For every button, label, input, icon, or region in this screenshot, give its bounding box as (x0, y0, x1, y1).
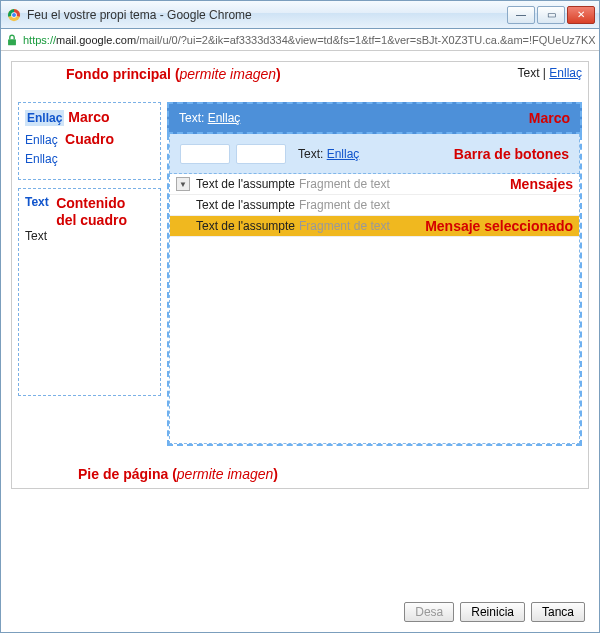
top-row: Fondo principal (permite imagen) Text | … (18, 66, 582, 82)
sidebar-content-box: Text Contenido del cuadro Text (18, 188, 161, 396)
maximize-button[interactable]: ▭ (537, 6, 565, 24)
window-title: Feu el vostre propi tema - Google Chrome (27, 8, 252, 22)
browser-window: Feu el vostre propi tema - Google Chrome… (0, 0, 600, 633)
annotation-messages: Mensajes (510, 176, 573, 192)
toolbar-button[interactable] (236, 144, 286, 164)
url-text[interactable]: https://mail.google.com/mail/u/0/?ui=2&i… (23, 34, 595, 46)
dialog-buttons: Desa Reinicia Tanca (11, 596, 589, 626)
sidebar-item[interactable]: Enllaç Cuadro (25, 131, 160, 147)
annotation-footer: Pie de página (permite imagen) (78, 466, 582, 482)
url-protocol: https:// (23, 34, 56, 46)
header-frame: Text: Enllaç Marco (167, 102, 582, 134)
minimize-button[interactable]: — (507, 6, 535, 24)
svg-rect-3 (8, 39, 16, 45)
button-bar: Text: Enllaç Barra de botones (169, 134, 580, 174)
close-window-button[interactable]: ✕ (567, 6, 595, 24)
annotation-content: Contenido del cuadro (56, 195, 127, 229)
message-row[interactable]: Text de l'assumpte Fragment de text (170, 195, 579, 216)
sidebar: EnllaçMarco Enllaç Cuadro Enllaç Text Co (18, 102, 161, 446)
main-frame: Text: Enllaç Barra de botones ▼ Text de … (167, 134, 582, 446)
header-text: Text: Enllaç (179, 111, 240, 125)
sidebar-item[interactable]: Enllaç (25, 152, 160, 166)
main-pane: Text: Enllaç Marco Text: Enllaç (167, 102, 582, 446)
header-link[interactable]: Enllaç (208, 111, 241, 125)
annotation-marco-sidebar: Marco (68, 109, 109, 125)
bar-link[interactable]: Enllaç (327, 147, 360, 161)
message-list: ▼ Text de l'assumpte Fragment de text Me… (170, 174, 579, 237)
save-button[interactable]: Desa (404, 602, 454, 622)
close-button[interactable]: Tanca (531, 602, 585, 622)
address-bar: https://mail.google.com/mail/u/0/?ui=2&i… (1, 29, 599, 51)
sidebar-content-text: Text (25, 229, 154, 243)
lock-icon (5, 33, 19, 47)
sidebar-nav-box: EnllaçMarco Enllaç Cuadro Enllaç (18, 102, 161, 180)
annotation-cuadro: Cuadro (65, 131, 114, 147)
theme-preview-stage: Fondo principal (permite imagen) Text | … (11, 61, 589, 489)
message-body-area (170, 237, 579, 443)
annotation-marco-header: Marco (529, 110, 570, 126)
sidebar-content-link[interactable]: Text (25, 195, 49, 209)
window-controls: — ▭ ✕ (507, 6, 595, 24)
link-enllac[interactable]: Enllaç (549, 66, 582, 80)
title-bar: Feu el vostre propi tema - Google Chrome… (1, 1, 599, 29)
text-label: Text (518, 66, 540, 80)
url-host: mail.google.com (56, 34, 136, 46)
annotation-selected-message: Mensaje seleccionado (425, 218, 573, 234)
dialog-content: Fondo principal (permite imagen) Text | … (1, 51, 599, 632)
sidebar-item[interactable]: EnllaçMarco (25, 109, 160, 131)
url-path: /mail/u/0/?ui=2&ik=af3333d334&view=td&fs… (136, 34, 595, 46)
messages-wrap: ▼ Text de l'assumpte Fragment de text Me… (169, 174, 580, 444)
annotation-button-bar: Barra de botones (454, 146, 569, 162)
reset-button[interactable]: Reinicia (460, 602, 525, 622)
dropdown-arrow-icon[interactable]: ▼ (176, 177, 190, 191)
layout: EnllaçMarco Enllaç Cuadro Enllaç Text Co (18, 102, 582, 446)
annotation-background: Fondo principal (permite imagen) (66, 66, 281, 82)
toolbar-button[interactable] (180, 144, 230, 164)
top-right-links: Text | Enllaç (518, 66, 583, 80)
message-row[interactable]: ▼ Text de l'assumpte Fragment de text Me… (170, 174, 579, 195)
title-left: Feu el vostre propi tema - Google Chrome (7, 8, 252, 22)
message-row-selected[interactable]: Text de l'assumpte Fragment de text Mens… (170, 216, 579, 237)
svg-point-2 (12, 12, 16, 16)
bar-text: Text: Enllaç (298, 147, 359, 161)
chrome-icon (7, 8, 21, 22)
